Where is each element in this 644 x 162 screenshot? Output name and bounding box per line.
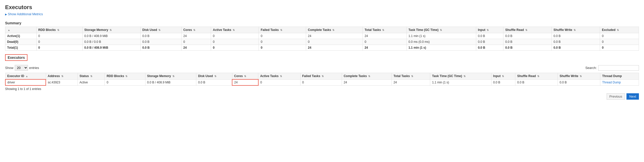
summary-row-label: Dead(0) (5, 39, 37, 45)
show-entries-control: Show 20 50 100 entries (5, 65, 39, 71)
summary-row-task-time: 1.1 min (1 s) (407, 33, 476, 39)
summary-row-total-tasks: 0 (363, 39, 407, 45)
executors-section-header: Executors (5, 54, 27, 61)
summary-row-shuffle-read: 0.0 B (503, 45, 552, 51)
summary-row-rdd-blocks: 0 (36, 39, 82, 45)
summary-col-label[interactable]: ▲ (5, 27, 37, 33)
summary-row-shuffle-write: 0.0 B (551, 33, 600, 39)
summary-row-input: 0.0 B (476, 39, 503, 45)
exec-col-disk-used[interactable]: Disk Used ⇅ (196, 73, 232, 80)
summary-col-task-time[interactable]: Task Time (GC Time) ⇅ (407, 27, 476, 33)
summary-row-storage-memory: 0.0 B / 408.9 MiB (82, 45, 140, 51)
exec-col-cores[interactable]: Cores ⇅ (232, 73, 258, 80)
summary-row-shuffle-read: 0.0 B (503, 33, 552, 39)
summary-col-failed-tasks[interactable]: Failed Tasks ⇅ (259, 27, 306, 33)
exec-row-storage-memory: 0.0 B / 408.9 MiB (145, 79, 196, 85)
search-label: Search: (585, 66, 597, 70)
summary-row-rdd-blocks: 0 (36, 45, 82, 51)
exec-col-address[interactable]: Address ⇅ (46, 73, 78, 80)
exec-row-failed-tasks: 0 (300, 79, 342, 85)
exec-col-rdd-blocks[interactable]: RDD Blocks ⇅ (105, 73, 145, 80)
exec-col-storage-memory[interactable]: Storage Memory ⇅ (145, 73, 196, 80)
entries-select[interactable]: 20 50 100 (15, 65, 28, 71)
summary-row-rdd-blocks: 0 (36, 33, 82, 39)
exec-col-active-tasks[interactable]: Active Tasks ⇅ (258, 73, 300, 80)
exec-row-thread-dump[interactable]: Thread Dump (600, 79, 639, 85)
summary-row-cores: 24 (181, 45, 211, 51)
summary-col-disk-used[interactable]: Disk Used ⇅ (140, 27, 181, 33)
exec-table-row: driver sc:43923 Active 0 0.0 B / 408.9 M… (5, 79, 639, 85)
summary-col-total-tasks[interactable]: Total Tasks ⇅ (363, 27, 407, 33)
next-button[interactable]: Next (626, 93, 639, 100)
summary-row-excluded: 0 (600, 45, 639, 51)
summary-row-shuffle-read: 0.0 B (503, 39, 552, 45)
exec-col-input[interactable]: Input ⇅ (491, 73, 515, 80)
summary-col-complete-tasks[interactable]: Complete Tasks ⇅ (306, 27, 363, 33)
search-input[interactable] (598, 65, 639, 71)
exec-col-failed-tasks[interactable]: Failed Tasks ⇅ (300, 73, 342, 80)
summary-row-active-tasks: 0 (211, 39, 259, 45)
summary-row-failed-tasks: 0 (259, 33, 306, 39)
summary-row-label: Active(1) (5, 33, 37, 39)
entries-label: entries (29, 66, 39, 70)
exec-col-thread-dump: Thread Dump (600, 73, 639, 80)
show-label: Show (5, 66, 13, 70)
controls-row: Show 20 50 100 entries Search: (5, 65, 639, 71)
exec-row-address: sc:43923 (46, 79, 78, 85)
summary-table-row: Dead(0) 0 0.0 B / 0.0 B 0.0 B 0 0 0 0 0 … (5, 39, 639, 45)
summary-row-complete-tasks: 24 (306, 33, 363, 39)
exec-row-shuffle-read: 0.0 B (515, 79, 558, 85)
previous-button[interactable]: Previous (607, 93, 625, 100)
summary-row-disk-used: 0.0 B (140, 39, 181, 45)
show-metrics-link[interactable]: Show Additional Metrics (5, 12, 43, 16)
page-title: Executors (5, 4, 639, 11)
summary-row-input: 0.0 B (476, 45, 503, 51)
summary-row-total-tasks: 24 (363, 33, 407, 39)
summary-row-failed-tasks: 0 (259, 45, 306, 51)
summary-row-label: Total(1) (5, 45, 37, 51)
summary-table: ▲ RDD Blocks ⇅ Storage Memory ⇅ Disk Use… (5, 27, 639, 51)
summary-row-task-time: 1.1 min (1 s) (407, 45, 476, 51)
summary-table-row: Active(1) 0 0.0 B / 408.9 MiB 0.0 B 24 0… (5, 33, 639, 39)
exec-col-status[interactable]: Status ⇅ (78, 73, 105, 80)
summary-row-failed-tasks: 0 (259, 39, 306, 45)
exec-col-complete-tasks[interactable]: Complete Tasks ⇅ (342, 73, 392, 80)
summary-row-excluded: 0 (600, 39, 639, 45)
summary-row-shuffle-write: 0.0 B (551, 39, 600, 45)
thread-dump-link[interactable]: Thread Dump (602, 81, 621, 84)
showing-text: Showing 1 to 1 of 1 entries (5, 87, 639, 91)
summary-col-input[interactable]: Input ⇅ (476, 27, 503, 33)
exec-col-id[interactable]: Executor ID ▲ (5, 73, 46, 80)
summary-row-storage-memory: 0.0 B / 0.0 B (82, 39, 140, 45)
summary-row-storage-memory: 0.0 B / 408.9 MiB (82, 33, 140, 39)
summary-col-excluded[interactable]: Excluded ⇅ (600, 27, 639, 33)
exec-row-shuffle-write: 0.0 B (558, 79, 600, 85)
exec-col-shuffle-write[interactable]: Shuffle Write ⇅ (558, 73, 600, 80)
summary-row-disk-used: 0.0 B (140, 45, 181, 51)
exec-row-cores: 24 (232, 79, 258, 85)
summary-col-shuffle-write[interactable]: Shuffle Write ⇅ (551, 27, 600, 33)
summary-row-total-tasks: 24 (363, 45, 407, 51)
summary-row-excluded: 0 (600, 33, 639, 39)
summary-col-cores[interactable]: Cores ⇅ (181, 27, 211, 33)
search-row: Search: (585, 65, 639, 71)
summary-row-shuffle-write: 0.0 B (551, 45, 600, 51)
summary-col-rdd-blocks[interactable]: RDD Blocks ⇅ (36, 27, 82, 33)
exec-row-disk-used: 0.0 B (196, 79, 232, 85)
exec-col-task-time[interactable]: Task Time (GC Time) ⇅ (430, 73, 491, 80)
summary-row-cores: 24 (181, 33, 211, 39)
summary-col-shuffle-read[interactable]: Shuffle Read ⇅ (503, 27, 552, 33)
exec-col-shuffle-read[interactable]: Shuffle Read ⇅ (515, 73, 558, 80)
exec-row-task-time: 1.1 min (1 s) (430, 79, 491, 85)
summary-row-active-tasks: 0 (211, 33, 259, 39)
exec-row-active-tasks: 0 (258, 79, 300, 85)
summary-col-active-tasks[interactable]: Active Tasks ⇅ (211, 27, 259, 33)
exec-row-id: driver (5, 79, 46, 85)
summary-row-active-tasks: 0 (211, 45, 259, 51)
exec-row-input: 0.0 B (491, 79, 515, 85)
summary-row-task-time: 0.0 ms (0.0 ms) (407, 39, 476, 45)
exec-col-total-tasks[interactable]: Total Tasks ⇅ (392, 73, 430, 80)
summary-col-storage-memory[interactable]: Storage Memory ⇅ (82, 27, 140, 33)
summary-row-complete-tasks: 0 (306, 39, 363, 45)
sort-icon-label: ▲ (8, 29, 10, 31)
